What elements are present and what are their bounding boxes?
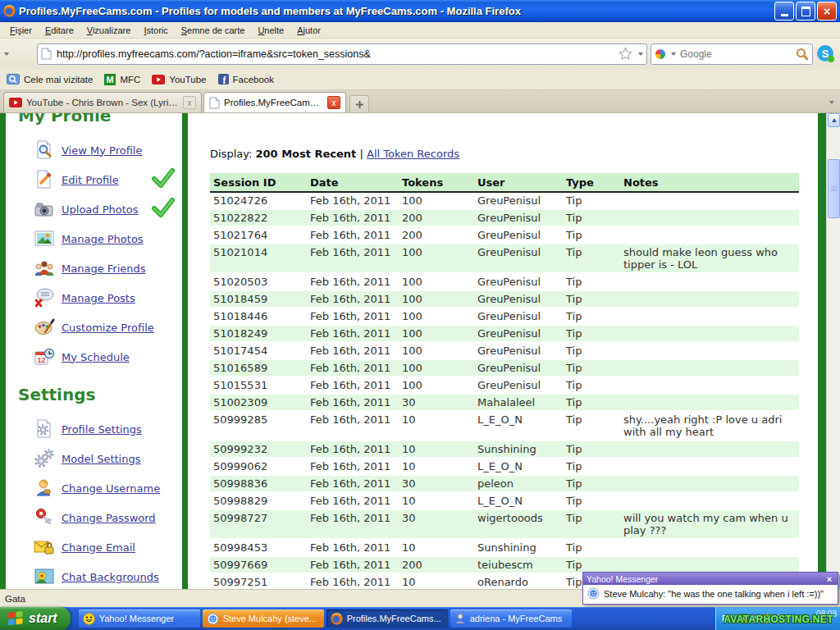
menu-item-4[interactable]: Semne de carte <box>175 24 252 37</box>
tab-close-icon[interactable]: x <box>327 96 340 109</box>
cell-tokens: 200 <box>399 556 474 573</box>
scrollbar-thumb[interactable] <box>828 159 840 218</box>
taskbar-button-2[interactable]: Profiles.MyFreeCams... <box>326 609 448 628</box>
model-settings-icon <box>33 448 55 469</box>
cell-tokens: 30 <box>399 394 474 411</box>
window-title: Profiles.MyFreeCams.com - Profiles for m… <box>19 5 774 17</box>
url-dropdown-icon[interactable] <box>638 52 643 56</box>
menu-item-6[interactable]: Ajutor <box>290 24 327 37</box>
tab-close-icon[interactable]: x <box>183 96 196 109</box>
sidebar-heading-1: Settings <box>18 385 182 404</box>
tab-0[interactable]: YouTube - Chris Brown - Sex (Lyrics On..… <box>3 92 202 112</box>
yahoo-messenger-popup[interactable]: Yahoo! Messenger × Steve Mulcahy: "he wa… <box>582 572 838 605</box>
sidebar-item-profile-settings[interactable]: Profile Settings <box>18 414 182 444</box>
menu-item-0[interactable]: Fişier <box>3 24 39 37</box>
language-indicator[interactable]: EN <box>722 614 734 623</box>
sidebar-item-change-password[interactable]: Change Password <box>18 503 182 532</box>
cell-date: Feb 16th, 2011 <box>307 244 399 273</box>
sidebar-item-view-my-profile[interactable]: View My Profile <box>18 135 182 165</box>
cell-type: Tip <box>563 244 620 273</box>
page-icon <box>209 97 220 109</box>
tray-icon-1[interactable] <box>738 614 748 623</box>
url-bar[interactable] <box>37 43 647 65</box>
svg-text:M: M <box>107 75 114 84</box>
facebook-icon: f <box>218 74 229 84</box>
start-button[interactable]: start <box>0 607 71 630</box>
new-tab-button[interactable] <box>349 95 369 112</box>
sidebar-item-manage-photos[interactable]: Manage Photos <box>18 224 182 253</box>
display-divider: | <box>359 148 363 160</box>
sidebar-item-change-email[interactable]: Change Email <box>18 532 182 562</box>
sidebar-item-change-username[interactable]: Change Username <box>18 473 182 503</box>
search-box[interactable] <box>651 43 813 65</box>
search-engine-dropdown-icon[interactable] <box>671 52 676 56</box>
cell-type: Tip <box>563 394 620 411</box>
scroll-up-button[interactable] <box>828 113 840 127</box>
cell-session-id: 51022822 <box>210 209 307 226</box>
sidebar-item-manage-friends[interactable]: Manage Friends <box>18 253 182 283</box>
table-row: 50998836Feb 16th, 201130peleonTip <box>210 475 799 492</box>
search-magnifier-icon[interactable] <box>796 48 809 61</box>
tray-icon-4[interactable] <box>775 614 785 623</box>
tab-1[interactable]: Profiles.MyFreeCams.com - Profil...x <box>203 92 346 112</box>
sidebar-item-edit-profile[interactable]: Edit Profile <box>18 165 182 194</box>
all-tabs-dropdown-icon[interactable] <box>824 97 837 108</box>
bookmark-star-icon[interactable] <box>619 47 632 61</box>
skype-icon[interactable]: S <box>816 44 835 63</box>
tray-icon-3[interactable] <box>763 614 773 623</box>
url-input[interactable] <box>55 48 615 61</box>
cell-user: peleon <box>474 475 563 492</box>
status-text: Gata <box>5 594 25 604</box>
column-header-session-id: Session ID <box>210 173 307 192</box>
sidebar-item-customize-profile[interactable]: Customize Profile <box>18 313 182 342</box>
cell-type: Tip <box>563 509 620 539</box>
taskbar-button-3[interactable]: adriena - MyFreeCams <box>450 609 572 628</box>
sidebar-item-chat-backgrounds[interactable]: Chat Backgrounds <box>18 562 182 589</box>
all-token-records-link[interactable]: All Token Records <box>367 148 459 160</box>
cell-session-id: 50997669 <box>210 556 307 573</box>
cell-notes: shy....yeah right :P love u adri with al… <box>620 411 799 441</box>
menu-item-5[interactable]: Unelte <box>251 24 290 37</box>
bookmark-item-3[interactable]: fFacebook <box>218 74 275 84</box>
cell-user: L_E_O_N <box>474 411 563 441</box>
popup-close-icon[interactable]: × <box>824 574 834 584</box>
tray-icon-2[interactable] <box>751 614 760 623</box>
table-row: 51021764Feb 16th, 2011200GreuPenisulTip <box>210 226 799 244</box>
cell-tokens: 100 <box>399 325 474 342</box>
table-row: 51017454Feb 16th, 2011100GreuPenisulTip <box>210 342 799 359</box>
cell-user: Mahalaleel <box>474 394 563 411</box>
sidebar-item-upload-photos[interactable]: Upload Photos <box>18 194 182 224</box>
taskbar-button-1[interactable]: Steve Mulcahy (steve... <box>203 609 324 628</box>
cell-tokens: 200 <box>399 226 474 244</box>
column-header-type: Type <box>563 173 620 192</box>
sidebar-divider <box>182 113 188 589</box>
manage-friends-icon <box>33 258 55 279</box>
taskbar-button-0[interactable]: Yahoo! Messenger <box>79 609 200 628</box>
cell-user: Sunshining <box>474 441 563 458</box>
column-header-user: User <box>474 173 563 192</box>
menu-item-1[interactable]: Editare <box>39 24 80 37</box>
cell-user: GreuPenisul <box>474 290 563 308</box>
bookmark-item-0[interactable]: Cele mai vizitate <box>7 74 93 84</box>
menu-item-2[interactable]: Vizualizare <box>80 24 138 37</box>
cell-session-id: 51021764 <box>210 226 307 244</box>
bookmark-item-2[interactable]: YouTube <box>152 75 206 84</box>
history-dropdown-icon[interactable] <box>4 52 9 56</box>
manage-posts-icon <box>33 287 55 308</box>
sidebar-item-model-settings[interactable]: Model Settings <box>18 444 182 473</box>
close-button[interactable]: × <box>817 2 837 21</box>
youtube-icon <box>9 98 22 107</box>
restore-button[interactable] <box>796 2 815 21</box>
menu-item-3[interactable]: Istoric <box>137 24 174 37</box>
search-input[interactable] <box>678 48 793 61</box>
sidebar-item-my-schedule[interactable]: 12My Schedule <box>18 342 182 372</box>
browser-scrollbar[interactable] <box>826 113 840 589</box>
cell-date: Feb 16th, 2011 <box>307 273 399 290</box>
cell-date: Feb 16th, 2011 <box>307 573 399 589</box>
minimize-button[interactable] <box>774 2 794 21</box>
cell-session-id: 50998829 <box>210 492 307 509</box>
bookmark-item-1[interactable]: MMFC <box>104 74 140 85</box>
sidebar-item-manage-posts[interactable]: Manage Posts <box>18 283 182 313</box>
tab-strip: YouTube - Chris Brown - Sex (Lyrics On..… <box>0 90 840 113</box>
cell-notes: will you watch my cam when u play ??? <box>620 509 799 539</box>
